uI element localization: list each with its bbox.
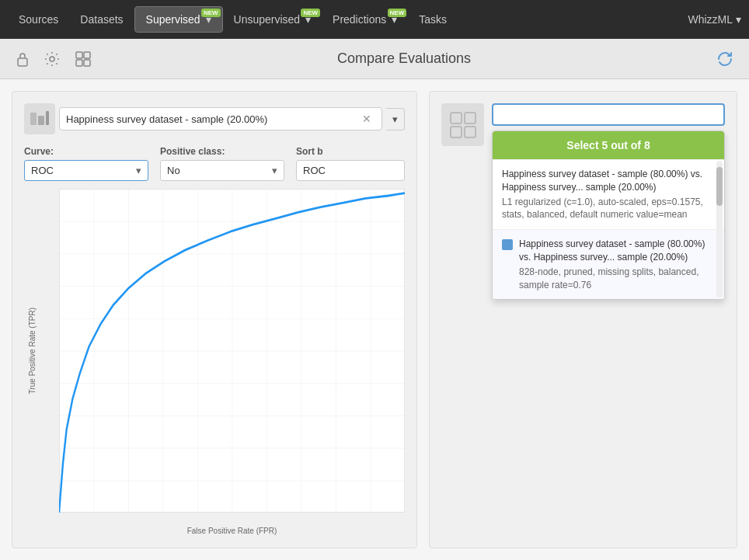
- dataset-value: Happiness survey dataset - sample (20.00…: [66, 113, 362, 125]
- sort-control: Sort b ROC: [296, 146, 405, 181]
- nav-sources-label: Sources: [19, 13, 58, 26]
- dropdown-item-1[interactable]: Happiness survey dataset - sample (80.00…: [493, 159, 724, 229]
- curve-control: Curve: ROC ▾: [24, 146, 148, 181]
- dataset-input[interactable]: Happiness survey dataset - sample (20.00…: [59, 107, 382, 130]
- svg-rect-34: [465, 113, 476, 123]
- brand-label: WhizzML: [688, 13, 733, 26]
- toolbar: Compare Evaluations: [0, 39, 749, 79]
- nav-datasets-label: Datasets: [80, 13, 123, 26]
- positive-class-label: Positive class:: [160, 146, 284, 157]
- lock-icon[interactable]: [12, 48, 33, 70]
- navbar: Sources Datasets Supervised NEW ▾ Unsupe…: [0, 0, 749, 39]
- svg-rect-4: [76, 60, 82, 66]
- controls-row: Curve: ROC ▾ Positive class: No ▾ Sort b…: [24, 146, 405, 181]
- nav-supervised-badge: NEW: [201, 9, 221, 17]
- nav-supervised[interactable]: Supervised NEW ▾: [134, 6, 223, 33]
- evaluations-dropdown: Select 5 out of 8 Happiness survey datas…: [492, 103, 725, 300]
- scrollbar-thumb[interactable]: [716, 167, 723, 206]
- dataset-dropdown-button[interactable]: ▾: [386, 108, 405, 130]
- nav-tasks-label: Tasks: [419, 13, 447, 26]
- curve-select[interactable]: ROC ▾: [24, 160, 148, 181]
- dropdown-item-2-line1: Happiness survey dataset - sample (80.00…: [519, 238, 715, 264]
- dropdown-item-1-line2: L1 regularized (c=1.0), auto-scaled, eps…: [502, 196, 715, 222]
- nav-unsupervised[interactable]: Unsupervised NEW ▾: [223, 7, 322, 32]
- nav-predictions-badge: NEW: [388, 9, 407, 17]
- right-icon-area: Select 5 out of 8 Happiness survey datas…: [441, 103, 725, 300]
- nav-datasets[interactable]: Datasets: [69, 7, 134, 32]
- positive-class-value: No: [167, 165, 268, 176]
- navbar-brand[interactable]: WhizzML ▾: [688, 13, 741, 26]
- x-axis-text: False Positive Rate (FPR): [187, 527, 277, 535]
- positive-class-control: Positive class: No ▾: [160, 146, 284, 181]
- nav-predictions[interactable]: Predictions NEW ▾: [322, 7, 408, 32]
- evaluations-icon: [441, 103, 484, 146]
- x-axis-label: False Positive Rate (FPR): [59, 524, 405, 536]
- select-evaluations-button[interactable]: Select 5 out of 8: [493, 131, 724, 159]
- svg-rect-10: [59, 189, 405, 513]
- dropdown-item-2-text: Happiness survey dataset - sample (80.00…: [519, 238, 715, 291]
- chart-area: True Positive Rate (TPR) 100% 90% 80% 70…: [24, 189, 405, 536]
- right-panel: Select 5 out of 8 Happiness survey datas…: [429, 91, 737, 548]
- brand-arrow-icon: ▾: [736, 13, 741, 26]
- refresh-button[interactable]: [712, 47, 737, 71]
- curve-label: Curve:: [24, 146, 148, 157]
- svg-rect-7: [38, 116, 44, 125]
- positive-class-dropdown-icon: ▾: [272, 165, 277, 176]
- select-btn-label: Select 5 out of 8: [566, 139, 650, 151]
- svg-rect-36: [465, 127, 476, 137]
- curve-value: ROC: [31, 165, 132, 176]
- settings-icon[interactable]: [41, 48, 63, 70]
- svg-rect-33: [451, 113, 462, 123]
- dropdown-item-2-checkbox[interactable]: [502, 239, 513, 250]
- dropdown-item-2[interactable]: Happiness survey dataset - sample (80.00…: [493, 229, 724, 299]
- dataset-clear-button[interactable]: ✕: [362, 113, 371, 125]
- nav-predictions-label: Predictions: [333, 13, 386, 26]
- scrollbar-track[interactable]: [716, 161, 723, 297]
- svg-rect-3: [84, 52, 90, 58]
- dropdown-item-1-line1: Happiness survey dataset - sample (80.00…: [502, 168, 715, 194]
- dataset-selector-row: Happiness survey dataset - sample (20.00…: [24, 103, 405, 134]
- svg-rect-0: [18, 58, 27, 66]
- dropdown-item-2-line2: 828-node, pruned, missing splits, balanc…: [519, 266, 715, 292]
- search-input[interactable]: [500, 109, 717, 120]
- svg-point-1: [50, 57, 54, 61]
- svg-rect-2: [76, 52, 82, 58]
- main-content: Happiness survey dataset - sample (20.00…: [0, 79, 749, 560]
- svg-rect-6: [30, 113, 37, 125]
- page-title: Compare Evaluations: [103, 50, 705, 67]
- dropdown-item-1-text: Happiness survey dataset - sample (80.00…: [502, 168, 715, 221]
- sort-select[interactable]: ROC: [296, 160, 405, 181]
- sort-label: Sort b: [296, 146, 405, 157]
- y-axis-text: True Positive Rate (TPR): [28, 308, 37, 394]
- svg-rect-8: [46, 111, 49, 125]
- nav-unsupervised-label: Unsupervised: [234, 13, 301, 26]
- nav-unsupervised-badge: NEW: [301, 9, 320, 17]
- svg-rect-35: [451, 127, 462, 137]
- dropdown-list: Select 5 out of 8 Happiness survey datas…: [492, 130, 725, 300]
- nav-sources[interactable]: Sources: [8, 7, 69, 32]
- y-axis-label: True Positive Rate (TPR): [24, 189, 40, 513]
- left-panel: Happiness survey dataset - sample (20.00…: [12, 91, 417, 548]
- roc-chart: 100% 90% 80% 70% 60% 50% 40% 30% 20% 10%…: [59, 189, 405, 513]
- search-input-wrap[interactable]: [492, 103, 725, 126]
- dataset-icon: [24, 103, 55, 134]
- positive-class-select[interactable]: No ▾: [160, 160, 284, 181]
- nav-tasks[interactable]: Tasks: [408, 7, 458, 32]
- nav-supervised-label: Supervised: [146, 13, 200, 26]
- curve-dropdown-icon: ▾: [136, 165, 141, 176]
- grid-icon[interactable]: [71, 47, 96, 71]
- sort-value: ROC: [303, 165, 398, 176]
- svg-rect-5: [84, 60, 90, 66]
